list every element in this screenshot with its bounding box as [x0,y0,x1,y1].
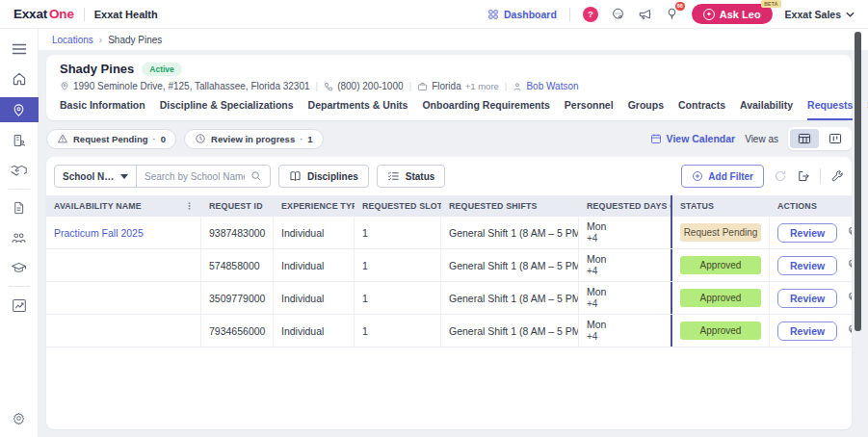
status-badge: Approved [680,321,761,340]
sidebar-item-academics[interactable] [0,256,39,279]
clock-icon [195,133,206,144]
settings-gear-icon[interactable] [0,406,39,429]
request-id-cell: 7934656000 [201,315,274,347]
experience-type-cell: Individual [274,217,355,248]
requests-table: AVAILABILITY NAME ⋮ REQUEST ID EXPERIENC… [46,195,852,347]
requested-days-cell: Mon+4 [579,249,671,281]
days-more[interactable]: +4 [587,266,597,277]
sidebar-item-home[interactable] [0,67,39,90]
sidebar-item-partnerships[interactable] [0,159,39,182]
grid-icon [487,9,499,20]
export-icon[interactable] [797,169,810,183]
view-as-label: View as [745,134,778,144]
table-view-icon [798,133,811,144]
requested-shifts-cell: General Shift 1 (8 AM – 5 PM)(08:00 [441,315,579,347]
tab-departments-units[interactable]: Departments & Units [308,99,408,120]
announcements-icon[interactable] [638,7,652,21]
card-view-button[interactable] [821,129,850,148]
chip-review-in-progress[interactable]: Review in progress · 1 [184,129,324,149]
review-button[interactable]: Review [777,223,837,243]
comments-icon[interactable] [849,226,852,239]
column-header[interactable]: REQUESTED SHIFTS [441,195,579,217]
sidebar-item-documents[interactable] [0,196,39,219]
tab-availability[interactable]: Availability [740,99,793,120]
search-input[interactable] [137,171,250,182]
comments-icon[interactable] [849,324,852,337]
tab-onboarding-requirements[interactable]: Onboarding Requirements [422,99,549,120]
comments-icon[interactable] [849,292,852,304]
tab-groups[interactable]: Groups [628,99,664,120]
days-more[interactable]: +4 [587,298,597,310]
sidebar-item-analytics[interactable] [0,294,39,317]
tab-basic-information[interactable]: Basic Information [60,99,145,120]
location-pin-icon [60,81,69,91]
view-toggle [788,127,852,150]
review-button[interactable]: Review [777,256,837,275]
breadcrumb-locations[interactable]: Locations [52,35,93,45]
left-sidebar [0,29,39,437]
requested-slots-cell: 1 [355,249,441,281]
breadcrumb-current: Shady Pines [108,35,162,45]
support-chat-icon[interactable] [611,7,625,21]
column-header[interactable]: EXPERIENCE TYPE [274,195,355,217]
person-icon [513,82,522,91]
requested-slots-cell: 1 [355,315,441,347]
book-icon [289,170,302,182]
search-field-selector[interactable]: School Name [55,166,137,187]
column-header[interactable]: REQUESTED SLOTS [355,195,441,217]
column-header[interactable]: REQUEST ID [201,195,274,217]
review-button[interactable]: Review [777,321,837,341]
ask-leo-button[interactable]: ✦ Ask Leo BETA [692,4,773,24]
review-button[interactable]: Review [777,289,837,308]
phone-icon [324,82,333,91]
help-icon[interactable]: ? [583,7,598,22]
sidebar-item-people[interactable] [0,226,39,249]
account-menu[interactable]: Exxat Sales [785,9,855,20]
sidebar-divider [9,189,30,190]
sidebar-item-locations[interactable] [0,97,39,122]
settings-wrench-icon[interactable] [830,169,844,183]
requested-shifts-cell: General Shift 1 (8 AM – 5 PM)(08:00 [441,217,579,248]
column-menu-icon[interactable]: ⋮ [185,201,194,211]
state-more[interactable]: +1 more [465,81,499,91]
actions-cell: Review [770,217,852,248]
sidebar-divider [9,286,30,287]
exxat-one-logo[interactable]: Exxat One [13,7,74,21]
whats-new-icon[interactable]: 66 [665,7,679,21]
view-calendar-link[interactable]: View Calendar [650,133,736,144]
days-more[interactable]: +4 [587,331,597,343]
availability-name-link[interactable]: Practicum Fall 2025 [54,227,144,239]
checklist-icon [387,170,400,182]
topbar-divider [569,8,570,21]
status-filter-button[interactable]: Status [377,165,446,188]
coordinator-link[interactable]: Bob Watson [526,81,578,91]
dashboard-link[interactable]: Dashboard [487,9,557,20]
product-name: Exxat Health [94,9,158,20]
toolbar-divider [820,168,821,184]
vertical-scrollbar[interactable] [855,32,861,331]
table-view-button[interactable] [790,129,819,148]
column-header[interactable]: ACTIONS [770,195,852,217]
tab-requests[interactable]: Requests [807,99,853,120]
summary-row: Request Pending · 0 Review in progress ·… [46,127,852,150]
disciplines-filter-button[interactable]: Disciplines [278,165,369,188]
column-header[interactable]: REQUESTED DAYS OF WEEK [579,195,671,217]
refresh-icon[interactable] [774,169,787,183]
tab-discipline-specializations[interactable]: Discipline & Specializations [160,99,294,120]
tab-contracts[interactable]: Contracts [678,99,725,120]
chip-request-pending[interactable]: Request Pending · 0 [46,129,176,149]
hamburger-menu-icon[interactable] [0,38,39,61]
tab-personnel[interactable]: Personnel [565,99,614,120]
column-header[interactable]: STATUS [671,195,770,217]
sparkle-icon: ✦ [703,9,715,20]
filter-row: School Name [46,157,852,195]
search-icon[interactable] [250,170,270,182]
topbar-divider [84,8,85,21]
chips-container: Request Pending · 0 Review in progress ·… [46,129,324,149]
column-header[interactable]: AVAILABILITY NAME ⋮ [46,195,201,217]
circle-plus-icon [692,170,703,182]
comments-icon[interactable] [849,259,852,271]
sidebar-item-organization[interactable] [0,129,39,152]
days-more[interactable]: +4 [587,233,597,244]
add-filter-button[interactable]: Add Filter [681,165,764,188]
